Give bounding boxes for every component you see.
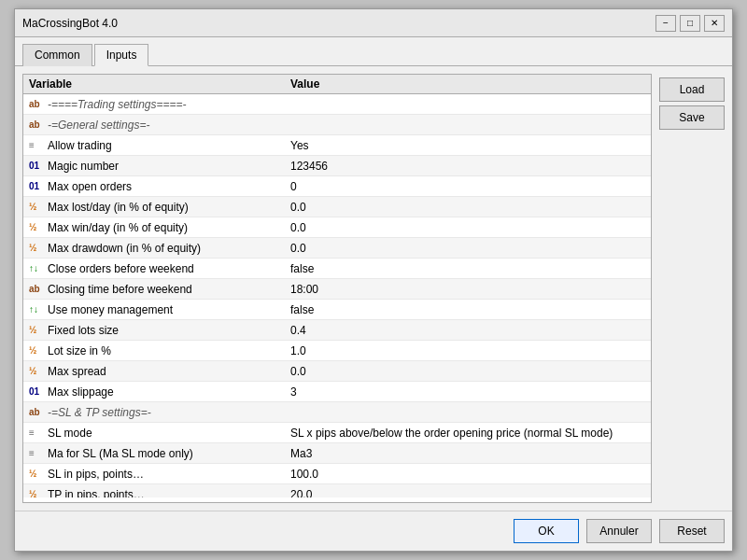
- row-type-icon: ab: [29, 99, 44, 109]
- row-value: 0: [290, 180, 645, 193]
- row-type-icon: ↑↓: [29, 304, 44, 315]
- row-value: 0.0: [290, 365, 645, 378]
- row-type-icon: ½: [29, 489, 44, 497]
- table-row[interactable]: ½ TP in pips, points… 20.0: [23, 484, 651, 497]
- table-row[interactable]: ½ Lot size in % 1.0: [23, 341, 651, 361]
- row-label: -====Trading settings====-: [48, 98, 290, 111]
- row-value: 1.0: [290, 344, 645, 357]
- row-value: 100.0: [290, 468, 645, 481]
- row-type-icon: ab: [29, 284, 44, 294]
- col-value-header: Value: [290, 77, 645, 91]
- table-row[interactable]: ↑↓ Use money management false: [23, 300, 651, 320]
- table-row[interactable]: 01 Max slippage 3: [23, 382, 651, 402]
- row-value: 3: [290, 385, 645, 399]
- table-row[interactable]: ≡ Ma for SL (Ma SL mode only) Ma3: [23, 443, 651, 464]
- row-type-icon: 01: [29, 386, 44, 397]
- row-label: Use money management: [48, 303, 290, 316]
- row-type-icon: ½: [29, 222, 44, 232]
- row-label: SL mode: [48, 427, 290, 440]
- table-row[interactable]: ≡ SL mode SL x pips above/below the orde…: [23, 423, 651, 443]
- row-value: false: [290, 303, 645, 316]
- row-type-icon: ≡: [29, 140, 44, 150]
- row-label: Ma for SL (Ma SL mode only): [48, 447, 290, 460]
- tab-common[interactable]: Common: [22, 44, 92, 66]
- row-value: 123456: [290, 160, 645, 173]
- table-row[interactable]: ½ Fixed lots size 0.4: [23, 320, 651, 341]
- row-label: Max win/day (in % of equity): [48, 221, 290, 234]
- row-type-icon: 01: [29, 161, 44, 171]
- row-value: Yes: [290, 139, 645, 152]
- row-value: false: [290, 262, 645, 275]
- table-row[interactable]: ½ Max spread 0.0: [23, 361, 651, 382]
- table-row[interactable]: ½ Max drawdown (in % of equity) 0.0: [23, 238, 651, 259]
- table-row[interactable]: 01 Max open orders 0: [23, 176, 651, 197]
- tab-bar: Common Inputs: [15, 37, 732, 66]
- row-label: Max slippage: [48, 385, 290, 399]
- row-type-icon: ½: [29, 243, 44, 253]
- reset-button[interactable]: Reset: [659, 519, 725, 543]
- row-type-icon: ½: [29, 202, 44, 212]
- row-value: Ma3: [290, 447, 645, 460]
- row-type-icon: ½: [29, 325, 44, 335]
- save-button[interactable]: Save: [659, 105, 725, 130]
- window-title: MaCrossingBot 4.0: [22, 17, 118, 30]
- row-value: 0.0: [290, 201, 645, 214]
- title-bar: MaCrossingBot 4.0 − □ ✕: [15, 9, 732, 37]
- main-window: MaCrossingBot 4.0 − □ ✕ Common Inputs Va…: [14, 8, 733, 552]
- row-label: -=General settings=-: [48, 119, 290, 132]
- minimize-button[interactable]: −: [655, 15, 676, 32]
- row-label: Closing time before weekend: [48, 283, 290, 296]
- tab-inputs[interactable]: Inputs: [94, 44, 149, 66]
- row-value: 0.0: [290, 221, 645, 234]
- row-label: -=SL & TP settings=-: [48, 406, 290, 419]
- row-type-icon: ½: [29, 366, 44, 376]
- row-label: Max spread: [48, 365, 290, 378]
- row-label: Lot size in %: [48, 344, 290, 357]
- table-row[interactable]: 01 Magic number 123456: [23, 156, 651, 176]
- row-type-icon: ½: [29, 469, 44, 479]
- ok-button[interactable]: OK: [514, 519, 579, 543]
- load-button[interactable]: Load: [659, 77, 725, 102]
- table-row[interactable]: ≡ Allow trading Yes: [23, 135, 651, 156]
- row-type-icon: ab: [29, 119, 44, 130]
- table-row[interactable]: ½ Max win/day (in % of equity) 0.0: [23, 217, 651, 238]
- table-row[interactable]: ab -=SL & TP settings=-: [23, 402, 651, 423]
- main-content: Variable Value ab -====Trading settings=…: [15, 66, 732, 511]
- row-label: Magic number: [48, 160, 290, 173]
- row-label: Allow trading: [48, 139, 290, 152]
- row-type-icon: ≡: [29, 427, 44, 438]
- maximize-button[interactable]: □: [680, 15, 700, 32]
- row-label: Max lost/day (in % of equity): [48, 201, 290, 214]
- table-row[interactable]: ab Closing time before weekend 18:00: [23, 279, 651, 300]
- row-value: SL x pips above/below the order opening …: [290, 427, 645, 440]
- row-value: 0.4: [290, 324, 645, 337]
- row-label: SL in pips, points…: [48, 468, 290, 481]
- col-variable-header: Variable: [29, 77, 290, 91]
- table-row[interactable]: ½ Max lost/day (in % of equity) 0.0: [23, 197, 651, 217]
- row-value: 20.0: [290, 488, 645, 498]
- row-label: Max open orders: [48, 180, 290, 193]
- table-header: Variable Value: [23, 75, 651, 94]
- row-type-icon: 01: [29, 181, 44, 191]
- close-button[interactable]: ✕: [704, 15, 725, 32]
- side-buttons: Load Save: [659, 74, 725, 503]
- row-type-icon: ab: [29, 407, 44, 417]
- table-row[interactable]: ↑↓ Close orders before weekend false: [23, 259, 651, 279]
- table-body[interactable]: ab -====Trading settings====- ab -=Gener…: [23, 94, 651, 497]
- footer: OK Annuler Reset: [15, 511, 732, 551]
- row-value: 0.0: [290, 242, 645, 255]
- row-label: TP in pips, points…: [48, 488, 290, 498]
- variables-table: Variable Value ab -====Trading settings=…: [22, 74, 652, 503]
- title-bar-buttons: − □ ✕: [655, 15, 725, 32]
- row-label: Close orders before weekend: [48, 262, 290, 275]
- row-type-icon: ≡: [29, 448, 44, 458]
- table-row[interactable]: ab -====Trading settings====-: [23, 94, 651, 115]
- row-type-icon: ↑↓: [29, 263, 44, 273]
- row-label: Fixed lots size: [48, 324, 290, 337]
- row-type-icon: ½: [29, 345, 44, 356]
- row-value: 18:00: [290, 283, 645, 296]
- cancel-button[interactable]: Annuler: [586, 519, 652, 543]
- row-label: Max drawdown (in % of equity): [48, 242, 290, 255]
- table-row[interactable]: ½ SL in pips, points… 100.0: [23, 464, 651, 484]
- table-row[interactable]: ab -=General settings=-: [23, 115, 651, 135]
